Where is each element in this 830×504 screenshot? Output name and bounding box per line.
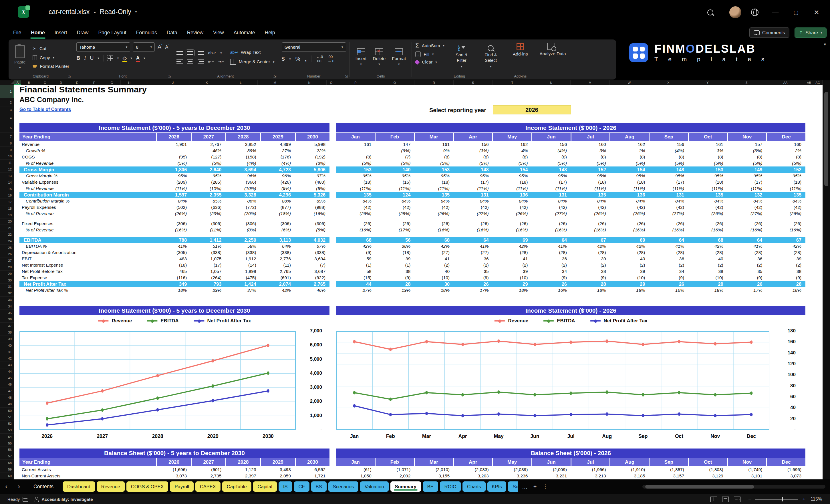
value-cell[interactable]: (17) xyxy=(191,262,225,268)
value-cell[interactable]: (176) xyxy=(260,154,295,160)
row-label-cell[interactable]: % of Revenue xyxy=(20,227,156,232)
value-cell[interactable]: (42) xyxy=(571,205,610,210)
value-cell[interactable]: (17) xyxy=(454,180,493,185)
value-cell[interactable]: 3,101 xyxy=(727,473,767,478)
value-cell[interactable]: 95% xyxy=(454,174,493,179)
column-header[interactable]: Y xyxy=(688,81,727,85)
row-number[interactable]: 53 xyxy=(0,427,14,434)
horizontal-scrollbar-thumb[interactable] xyxy=(645,485,754,489)
presence-button[interactable] xyxy=(748,6,761,19)
value-cell[interactable]: 28 xyxy=(766,281,805,287)
income-statement-monthly-chart[interactable]: Income Statement ($'000) - 2026RevenueEB… xyxy=(337,306,805,447)
row-number[interactable]: 56 xyxy=(0,446,14,453)
value-cell[interactable]: 18% xyxy=(610,288,649,293)
value-cell[interactable]: 3% xyxy=(571,148,610,153)
value-cell[interactable]: 3,185 xyxy=(610,473,649,478)
row-number[interactable]: 40 xyxy=(0,342,14,349)
value-cell[interactable]: 34 xyxy=(532,269,571,274)
format-painter-button[interactable]: Format Painter xyxy=(33,64,69,69)
value-cell[interactable]: 148 xyxy=(454,167,493,172)
value-cell[interactable]: (11%) xyxy=(156,186,191,191)
value-cell[interactable]: (26) xyxy=(649,221,688,226)
row-label-cell[interactable]: EBITDA xyxy=(20,238,156,243)
value-cell[interactable]: 84% xyxy=(156,198,191,204)
value-cell[interactable]: (11%) xyxy=(727,186,767,191)
value-cell[interactable]: (26) xyxy=(454,221,493,226)
sheet-tab-charts[interactable]: Charts xyxy=(462,481,486,492)
value-cell[interactable]: (11%) xyxy=(688,186,727,191)
value-cell[interactable]: 42% xyxy=(337,244,376,249)
value-cell[interactable]: (42) xyxy=(766,205,805,210)
value-cell[interactable]: 5,326 xyxy=(295,192,329,198)
value-cell[interactable]: 67% xyxy=(295,244,329,249)
table-header-cell[interactable]: Apr xyxy=(453,133,492,141)
sheet-tab-contents[interactable]: Contents xyxy=(26,481,61,492)
value-cell[interactable]: 2,735 xyxy=(191,473,225,478)
value-cell[interactable]: 1,057 xyxy=(191,269,225,274)
row-number[interactable]: 4 xyxy=(0,113,14,123)
sheet-tab-capital[interactable]: Capital xyxy=(253,481,277,492)
value-cell[interactable]: (11) xyxy=(260,262,295,268)
value-cell[interactable]: 84% xyxy=(688,198,727,204)
value-cell[interactable]: 3,113 xyxy=(260,238,295,243)
value-cell[interactable]: - xyxy=(337,148,376,153)
value-cell[interactable]: (11%) xyxy=(610,186,649,191)
value-cell[interactable]: (8) xyxy=(727,154,767,160)
income-statement-annual-table[interactable]: Income Statement ($'000) - 5 years to De… xyxy=(20,123,329,293)
value-cell[interactable]: 17% xyxy=(727,288,767,293)
table-header-cell[interactable]: Dec xyxy=(766,133,805,141)
table-header-cell[interactable]: Jul xyxy=(571,133,610,141)
value-cell[interactable]: 793 xyxy=(191,281,225,287)
value-cell[interactable]: 85% xyxy=(191,198,225,204)
value-cell[interactable]: 1% xyxy=(610,148,649,153)
row-number[interactable]: 51 xyxy=(0,414,14,420)
analyze-data-button[interactable]: Analyze Data xyxy=(537,42,565,72)
value-cell[interactable]: 18% xyxy=(766,288,805,293)
value-cell[interactable]: (42) xyxy=(414,205,454,210)
value-cell[interactable]: 132 xyxy=(727,192,767,198)
value-cell[interactable]: (16%) xyxy=(727,227,767,232)
value-cell[interactable]: 84% xyxy=(571,198,610,204)
row-number[interactable]: 57 xyxy=(0,453,14,460)
value-cell[interactable]: (16%) xyxy=(156,227,191,232)
zoom-out-button[interactable]: − xyxy=(748,496,752,502)
value-cell[interactable]: 41% xyxy=(454,244,493,249)
table-header-cell[interactable]: Jun xyxy=(532,133,571,141)
value-cell[interactable]: (17) xyxy=(649,180,688,185)
value-cell[interactable]: 40 xyxy=(610,256,649,261)
font-size-select[interactable]: 8▾ xyxy=(133,42,155,52)
value-cell[interactable]: 29 xyxy=(493,281,532,287)
value-cell[interactable]: 3,236 xyxy=(493,473,532,478)
value-cell[interactable]: 1,075 xyxy=(191,256,225,261)
value-cell[interactable]: (26) xyxy=(493,221,532,226)
decrease-indent-button[interactable]: ⇤≡ xyxy=(208,59,214,64)
value-cell[interactable]: (338) xyxy=(260,250,295,255)
value-cell[interactable]: (26) xyxy=(571,221,610,226)
row-number[interactable]: 45 xyxy=(0,375,14,382)
value-cell[interactable]: (16%) xyxy=(414,227,454,232)
value-cell[interactable]: (26) xyxy=(610,221,649,226)
value-cell[interactable]: (23%) xyxy=(191,211,225,216)
value-cell[interactable]: 39% xyxy=(225,148,260,153)
value-cell[interactable]: (3%) xyxy=(727,148,767,153)
value-cell[interactable]: 39 xyxy=(493,269,532,274)
value-cell[interactable]: 2,250 xyxy=(225,238,260,243)
value-cell[interactable]: (4%) xyxy=(225,161,260,166)
value-cell[interactable]: (8) xyxy=(766,154,805,160)
sheet-tab-dashboard[interactable]: Dashboard xyxy=(63,481,95,492)
value-cell[interactable]: (636) xyxy=(191,205,225,210)
value-cell[interactable]: (306) xyxy=(156,221,191,226)
column-header[interactable]: L xyxy=(224,81,258,85)
value-cell[interactable]: (16%) xyxy=(493,227,532,232)
row-number[interactable]: 31 xyxy=(0,284,14,290)
value-cell[interactable]: (26) xyxy=(532,221,571,226)
tab-automate[interactable]: Automate xyxy=(229,28,260,38)
table-header-label[interactable]: Year Ending xyxy=(20,458,156,466)
value-cell[interactable]: 2,765 xyxy=(295,281,329,287)
value-cell[interactable]: 153 xyxy=(414,167,454,172)
table-header-cell[interactable]: 2030 xyxy=(295,133,329,141)
row-number[interactable]: 18 xyxy=(0,206,14,212)
accounting-format-button[interactable]: $ xyxy=(282,56,285,62)
value-cell[interactable]: 131 xyxy=(532,192,571,198)
value-cell[interactable]: 64 xyxy=(649,238,688,243)
